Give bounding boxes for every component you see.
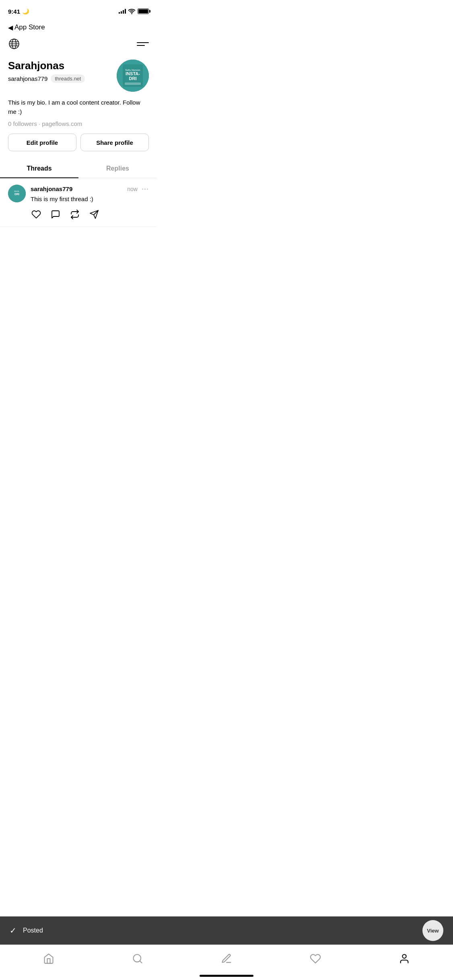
comment-button[interactable] bbox=[50, 209, 61, 220]
moon-icon: 🌙 bbox=[22, 8, 29, 14]
profile-tabs: Threads Replies bbox=[0, 159, 157, 178]
profile-display-name: Sarahjonas bbox=[8, 60, 110, 72]
avatar-image: Sally Hansen INSTA- DRI bbox=[117, 60, 149, 92]
status-bar: 9:41 🌙 bbox=[0, 0, 157, 20]
back-label: App Store bbox=[14, 23, 45, 31]
repost-button[interactable] bbox=[69, 209, 80, 220]
post-avatar: INSTA- DRI bbox=[8, 185, 26, 202]
battery-icon bbox=[138, 8, 149, 14]
nav-bar: ◀ App Store bbox=[0, 20, 157, 36]
signal-icon bbox=[119, 9, 126, 14]
tab-threads[interactable]: Threads bbox=[0, 159, 78, 178]
app-store-back[interactable]: ◀ App Store bbox=[8, 23, 45, 31]
globe-icon[interactable] bbox=[8, 38, 20, 50]
hamburger-line-bottom bbox=[137, 45, 145, 46]
wifi-icon bbox=[128, 9, 135, 14]
thread-post: INSTA- DRI sarahjonas779 now ··· This is… bbox=[0, 178, 157, 227]
hamburger-menu-icon[interactable] bbox=[137, 39, 149, 49]
threads-badge[interactable]: threads.net bbox=[51, 74, 85, 83]
svg-text:INSTA-: INSTA- bbox=[14, 190, 20, 192]
svg-text:DRI: DRI bbox=[14, 193, 19, 196]
svg-text:DRI: DRI bbox=[129, 76, 137, 81]
back-arrow-icon: ◀ bbox=[8, 24, 13, 31]
share-profile-button[interactable]: Share profile bbox=[80, 134, 149, 151]
share-button[interactable] bbox=[89, 209, 100, 220]
post-time-menu: now ··· bbox=[127, 185, 149, 193]
post-time: now bbox=[127, 186, 138, 192]
hamburger-line-top bbox=[137, 42, 149, 43]
profile-bio: This is my bio. I am a cool content crea… bbox=[8, 98, 149, 116]
profile-name-section: Sarahjonas sarahjonas779 threads.net bbox=[8, 60, 110, 83]
post-actions bbox=[31, 209, 149, 220]
status-time: 9:41 bbox=[8, 8, 20, 15]
svg-text:INSTA-: INSTA- bbox=[126, 71, 140, 76]
svg-rect-10 bbox=[125, 82, 141, 85]
status-icons bbox=[119, 8, 149, 14]
post-content: sarahjonas779 now ··· This is my first t… bbox=[31, 185, 149, 220]
profile-username: sarahjonas779 bbox=[8, 75, 47, 82]
post-header: sarahjonas779 now ··· bbox=[31, 185, 149, 193]
post-avatar-image: INSTA- DRI bbox=[8, 185, 26, 202]
action-buttons: Edit profile Share profile bbox=[8, 134, 149, 151]
post-text: This is my first thread :) bbox=[31, 195, 149, 204]
profile-meta: 0 followers · pageflows.com bbox=[8, 120, 149, 127]
profile-header: Sarahjonas sarahjonas779 threads.net Sal… bbox=[0, 53, 157, 151]
edit-profile-button[interactable]: Edit profile bbox=[8, 134, 76, 151]
like-button[interactable] bbox=[31, 209, 42, 220]
post-username: sarahjonas779 bbox=[31, 185, 72, 192]
profile-top: Sarahjonas sarahjonas779 threads.net Sal… bbox=[8, 60, 149, 92]
profile-username-row: sarahjonas779 threads.net bbox=[8, 74, 110, 83]
avatar: Sally Hansen INSTA- DRI bbox=[117, 60, 149, 92]
profile-nav bbox=[0, 36, 157, 53]
tab-replies[interactable]: Replies bbox=[78, 159, 157, 178]
post-menu-dots[interactable]: ··· bbox=[142, 185, 149, 193]
